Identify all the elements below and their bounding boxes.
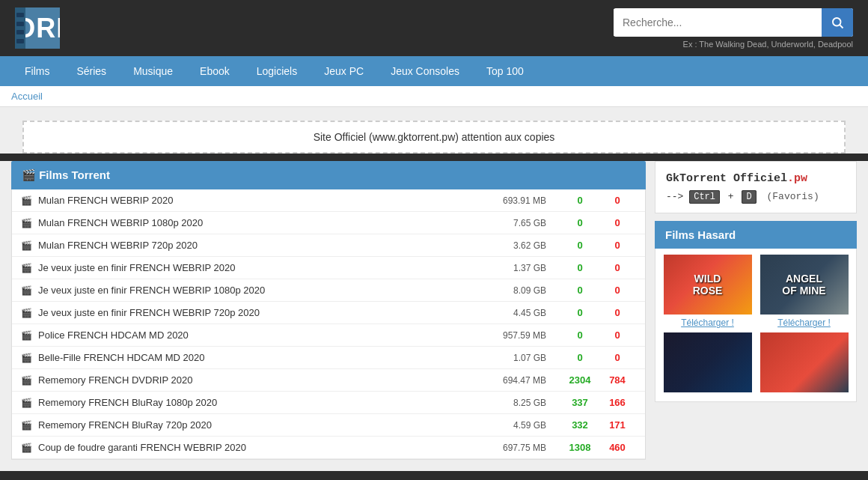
torrent-leeches: 460 <box>599 442 636 453</box>
torrent-leeches: 0 <box>599 240 636 251</box>
torrent-leeches: 0 <box>599 329 636 341</box>
torrent-seeds: 2304 <box>561 374 599 386</box>
torrent-leeches: 784 <box>599 374 636 386</box>
camera-icon: 🎬 <box>21 375 32 386</box>
officiel-shortcut: --> Ctrl + D (Favoris) <box>666 191 846 202</box>
torrent-leeches: 0 <box>599 262 636 273</box>
torrent-row[interactable]: 🎬 Rememory FRENCH DVDRIP 2020 694.47 MB … <box>12 369 645 392</box>
arrow-text: --> <box>666 191 683 202</box>
torrent-seeds: 0 <box>561 329 599 341</box>
officiel-box: GkTorrent Officiel.pw --> Ctrl + D (Favo… <box>655 161 857 213</box>
breadcrumb-link[interactable]: Accueil <box>11 91 43 102</box>
hasard-img-4 <box>760 332 849 392</box>
movie4-title <box>801 359 807 365</box>
torrent-seeds: 337 <box>561 397 599 408</box>
torrent-name: Police FRENCH HDCAM MD 2020 <box>38 329 479 341</box>
angel-title: ANGELOF MINE <box>779 270 828 300</box>
torrent-name: Rememory FRENCH DVDRIP 2020 <box>38 374 479 386</box>
torrent-seeds: 0 <box>561 285 599 296</box>
plus-text: + <box>728 191 734 202</box>
torrent-row[interactable]: 🎬 Mulan FRENCH WEBRIP 720p 2020 3.62 GB … <box>12 234 645 257</box>
torrent-row[interactable]: 🎬 Mulan FRENCH WEBRIP 2020 693.91 MB 0 0 <box>12 189 645 212</box>
torrent-name: Mulan FRENCH WEBRIP 720p 2020 <box>38 240 479 251</box>
hasard-img-3 <box>664 332 752 392</box>
torrent-size: 694.47 MB <box>479 375 546 386</box>
right-column: GkTorrent Officiel.pw --> Ctrl + D (Favo… <box>655 161 857 460</box>
torrent-row[interactable]: 🎬 Police FRENCH HDCAM MD 2020 957.59 MB … <box>12 324 645 347</box>
hasard-item-2 <box>661 332 754 395</box>
torrent-row[interactable]: 🎬 Belle-Fille FRENCH HDCAM MD 2020 1.07 … <box>12 347 645 369</box>
torrent-seeds: 0 <box>561 240 599 251</box>
torrent-row[interactable]: 🎬 Coup de foudre garanti FRENCH WEBRIP 2… <box>12 437 645 459</box>
movie3-title <box>705 359 711 365</box>
torrent-name: Coup de foudre garanti FRENCH WEBRIP 202… <box>38 442 479 453</box>
hasard-box: WILDROSE Télécharger ! ANGELOF MINE Télé… <box>655 249 857 402</box>
torrent-leeches: 171 <box>599 419 636 431</box>
nav-item-musique[interactable]: Musique <box>120 56 186 86</box>
left-column: 🎬 Films Torrent 🎬 Mulan FRENCH WEBRIP 20… <box>11 161 646 460</box>
logo-area: GKTORRENT <box>15 7 66 49</box>
torrent-row[interactable]: 🎬 Mulan FRENCH WEBRIP 1080p 2020 7.65 GB… <box>12 212 645 234</box>
hasard-img-wild-rose: WILDROSE <box>664 255 752 315</box>
hasard-dl-1[interactable]: Télécharger ! <box>777 318 831 328</box>
torrent-size: 693.91 MB <box>479 195 546 206</box>
nav: Films Séries Musique Ebook Logiciels Jeu… <box>0 56 868 86</box>
nav-item-series[interactable]: Séries <box>63 56 120 86</box>
wild-rose-title: WILDROSE <box>690 270 726 300</box>
torrent-name: Je veux juste en finir FRENCH WEBRIP 202… <box>38 262 479 273</box>
torrent-size: 957.59 MB <box>479 330 546 341</box>
nav-item-top100[interactable]: Top 100 <box>473 56 537 86</box>
nav-item-films[interactable]: Films <box>11 56 63 86</box>
torrent-seeds: 0 <box>561 307 599 318</box>
films-section-header: 🎬 Films Torrent <box>11 161 646 189</box>
torrent-size: 4.45 GB <box>479 308 546 318</box>
torrent-size: 3.62 GB <box>479 240 546 251</box>
svg-point-0 <box>833 18 841 26</box>
camera-icon: 🎬 <box>21 398 32 408</box>
search-area: Ex : The Walking Dead, Underworld, Deadp… <box>614 8 853 49</box>
torrent-size: 1.37 GB <box>479 263 546 273</box>
torrent-name: Belle-Fille FRENCH HDCAM MD 2020 <box>38 352 479 363</box>
torrent-size: 8.25 GB <box>479 398 546 408</box>
breadcrumb: Accueil <box>0 86 868 107</box>
torrent-row[interactable]: 🎬 Rememory FRENCH BluRay 720p 2020 4.59 … <box>12 414 645 437</box>
torrent-row[interactable]: 🎬 Je veux juste en finir FRENCH WEBRIP 2… <box>12 257 645 279</box>
torrent-row[interactable]: 🎬 Je veux juste en finir FRENCH WEBRIP 7… <box>12 302 645 324</box>
hasard-dl-0[interactable]: Télécharger ! <box>681 318 734 328</box>
camera-icon: 🎬 <box>21 218 32 228</box>
torrent-size: 1.07 GB <box>479 353 546 363</box>
torrent-name: Rememory FRENCH BluRay 720p 2020 <box>38 419 479 431</box>
camera-icon: 🎬 <box>21 420 32 431</box>
hasard-item-0: WILDROSE Télécharger ! <box>661 255 754 328</box>
camera-icon: 🎬 <box>21 240 32 251</box>
camera-icon: 🎬 <box>21 330 32 341</box>
camera-icon: 🎬 <box>21 308 32 318</box>
hasard-img-angel: ANGELOF MINE <box>760 255 849 315</box>
svg-line-1 <box>840 25 843 28</box>
camera-icon: 🎬 <box>21 195 32 206</box>
film-strip-icon <box>15 7 25 49</box>
hasard-item-3 <box>758 332 850 395</box>
header: GKTORRENT Ex : The Walking Dead, Underwo… <box>0 0 868 56</box>
ctrl-key: Ctrl <box>689 190 720 204</box>
torrent-leeches: 0 <box>599 195 636 206</box>
torrent-list: 🎬 Mulan FRENCH WEBRIP 2020 693.91 MB 0 0… <box>11 189 646 460</box>
nav-item-ebook[interactable]: Ebook <box>186 56 243 86</box>
torrent-name: Mulan FRENCH WEBRIP 2020 <box>38 195 479 206</box>
nav-item-jeux-pc[interactable]: Jeux PC <box>311 56 377 86</box>
camera-icon: 🎬 <box>21 353 32 363</box>
torrent-size: 4.59 GB <box>479 420 546 431</box>
nav-item-jeux-consoles[interactable]: Jeux Consoles <box>377 56 473 86</box>
torrent-row[interactable]: 🎬 Rememory FRENCH BluRay 1080p 2020 8.25… <box>12 392 645 414</box>
torrent-name: Je veux juste en finir FRENCH WEBRIP 720… <box>38 307 479 318</box>
torrent-row[interactable]: 🎬 Je veux juste en finir FRENCH WEBRIP 1… <box>12 279 645 302</box>
logo-box: GKTORRENT <box>15 7 60 49</box>
search-button[interactable] <box>822 8 853 37</box>
torrent-seeds: 0 <box>561 217 599 228</box>
hasard-section-header: Films Hasard <box>655 221 857 249</box>
pw-text: .pw <box>787 172 807 185</box>
nav-item-logiciels[interactable]: Logiciels <box>243 56 311 86</box>
torrent-leeches: 0 <box>599 285 636 296</box>
torrent-size: 7.65 GB <box>479 218 546 228</box>
search-input[interactable] <box>614 9 822 36</box>
